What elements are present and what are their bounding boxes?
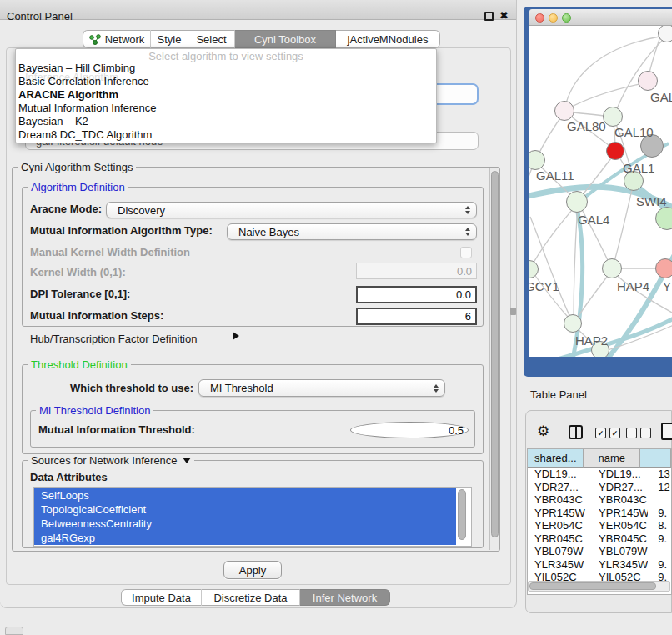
split-columns-icon[interactable] [569,425,583,439]
table-cell [648,545,671,558]
algorithm-option-aracne-algorithm[interactable]: ARACNE Algorithm [17,88,434,102]
node-label-gal10: GAL10 [614,125,654,139]
close-traffic-light-icon[interactable] [535,13,544,22]
table-row[interactable]: YBR043CYBR043C [528,493,671,507]
algorithm-option-dream8-dc-tdc-algorithm[interactable]: Dream8 DC_TDC Algorithm [17,128,434,142]
algorithm-list: Bayesian – Hill ClimbingBasic Correlatio… [17,62,434,142]
sources-title-text: Sources for Network Inference [31,454,178,467]
tab-label: Cyni Toolbox [254,33,316,46]
attribute-option-selfloops[interactable]: SelfLoops [34,488,456,502]
table-cell: YPR145W [588,507,648,520]
select-all-columns-button[interactable]: ✓ ✓ [595,428,620,438]
aracne-mode-value: Discovery [118,204,165,217]
table-row[interactable]: YDL19...YDL19...13 [528,468,671,481]
minimize-traffic-light-icon[interactable] [549,13,558,22]
tab-impute-data[interactable]: Impute Data [121,589,202,606]
network-node[interactable] [638,71,658,91]
table-hscrollbar-thumb[interactable] [529,582,656,590]
tab-select[interactable]: Select [188,30,235,48]
tab-network[interactable]: Network [83,30,151,48]
stepper-arrows-icon [465,206,470,214]
control-panel-title: Control Panel [7,10,73,22]
tab-style[interactable]: Style [151,30,188,48]
table-cell: 12 [648,481,671,494]
network-node[interactable] [602,258,622,278]
dpi-tolerance-field[interactable]: 0.0 [356,286,477,303]
network-node[interactable] [655,207,672,230]
node-label-gal80: GAL80 [567,119,606,133]
table-cell: YDR27... [528,481,588,494]
unchecked-checkbox-icon [640,428,651,438]
tab-jactivemnodules[interactable]: jActiveMNodules [336,30,440,48]
apply-button[interactable]: Apply [223,561,282,579]
column-header-hidden[interactable] [640,449,671,468]
mi-algorithm-type-value: Naive Bayes [238,226,299,238]
attribute-option-topologicalcoefficient[interactable]: TopologicalCoefficient [34,502,456,517]
table-row[interactable]: YBR045CYBR045C9. [528,532,671,546]
which-threshold-select[interactable]: MI Threshold [198,379,445,397]
document-icon[interactable] [661,422,672,440]
table-header-row: shared...name [528,449,671,468]
table-row[interactable]: YDR27...YDR27...12 [528,481,671,494]
aracne-mode-select[interactable]: Discovery [106,202,477,218]
mi-algorithm-type-select[interactable]: Naive Bayes [227,223,477,240]
close-icon[interactable]: ✖ [499,9,509,22]
node-label-hap2: HAP2 [575,333,608,348]
column-header-shared[interactable]: shared... [528,449,584,468]
float-window-button[interactable] [484,12,494,21]
splitter-grip[interactable] [510,308,516,315]
tab-infer-network[interactable]: Infer Network [300,589,390,606]
table-panel-title: Table Panel [530,388,587,401]
table-row[interactable]: YLR345WYLR345W9. [528,558,671,572]
control-panel-titlebar [0,0,516,20]
bottom-left-fragment[interactable] [5,627,23,635]
network-node[interactable] [566,191,588,212]
tab-label: Select [196,33,226,46]
node-label-gal11: GAL11 [536,168,574,182]
mi-threshold-field[interactable]: 0.5 [350,422,469,438]
zoom-traffic-light-icon[interactable] [562,13,571,22]
algorithm-option-mutual-information-inference[interactable]: Mutual Information Inference [17,102,434,115]
table-cell: YBR045C [588,532,648,546]
table-cell: 9. [648,532,671,546]
which-threshold-value: MI Threshold [210,382,273,394]
attribute-option-betweennesscentrality[interactable]: BetweennessCentrality [34,517,456,531]
table-cell: YDL19... [588,468,648,481]
network-node[interactable] [564,314,582,332]
sources-title[interactable]: Sources for Network Inference [28,454,194,467]
algorithm-definition-title: Algorithm Definition [28,181,128,193]
hub-definition-label[interactable]: Hub/Transcription Factor Definition [30,333,197,345]
table-cell: YBL079W [588,545,648,558]
settings-scrollbar-thumb[interactable] [491,171,499,538]
network-node[interactable] [655,258,672,278]
gear-icon[interactable]: ⚙ [537,422,549,439]
network-canvas[interactable]: GAL80GAL10GAL11GAL1SWI4GAL4GCY1HAP4YHAP2… [529,26,672,357]
tab-label: Style [158,33,182,46]
tab-discretize-data[interactable]: Discretize Data [202,589,300,606]
algorithm-option-basic-correlation-inference[interactable]: Basic Correlation Inference [17,75,434,88]
network-node[interactable] [554,101,574,121]
checked-checkbox-icon: ✓ [595,428,606,438]
mi-steps-field[interactable]: 6 [356,308,477,325]
network-node[interactable] [658,26,672,42]
tab-label: Infer Network [313,592,377,604]
column-header-name[interactable]: name [584,449,639,468]
deselect-all-columns-button[interactable] [626,428,651,438]
table-row[interactable]: YER054CYER054C8. [528,519,671,532]
table-row[interactable]: YPR145WYPR145W9. [528,507,671,520]
which-threshold-label: Which threshold to use: [70,382,193,394]
table-cell: YDL19... [528,468,588,481]
manual-kernel-width-checkbox [460,247,472,258]
tab-cyni-toolbox[interactable]: Cyni Toolbox [235,30,336,48]
attributes-scrollbar-thumb[interactable] [458,489,466,540]
attribute-option-gal4rgexp[interactable]: gal4RGexp [34,531,456,545]
expand-arrow-icon[interactable] [233,332,239,340]
table-cell: 8. [648,519,671,532]
algorithm-option-bayesian-hill-climbing[interactable]: Bayesian – Hill Climbing [17,62,434,75]
table-cell: YLR345W [528,558,588,572]
data-attributes-list[interactable]: SelfLoopsTopologicalCoefficientBetweenne… [33,487,472,547]
algorithm-option-bayesian-k2[interactable]: Bayesian – K2 [17,115,434,128]
network-node[interactable] [606,142,624,160]
table-row[interactable]: YBL079WYBL079W [528,545,671,558]
kernel-width-label: Kernel Width (0,1): [30,267,126,278]
